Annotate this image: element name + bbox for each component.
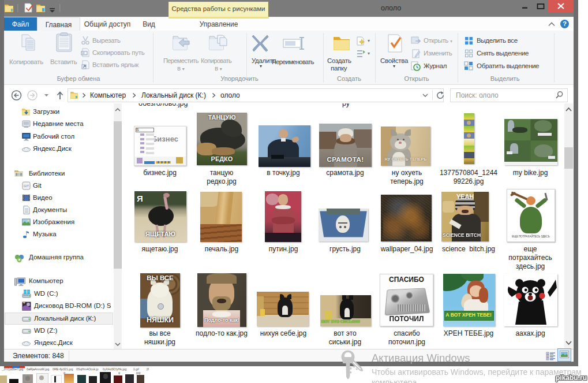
svg-text:GIT: GIT — [24, 184, 29, 188]
svg-text:W...: W... — [82, 51, 87, 55]
